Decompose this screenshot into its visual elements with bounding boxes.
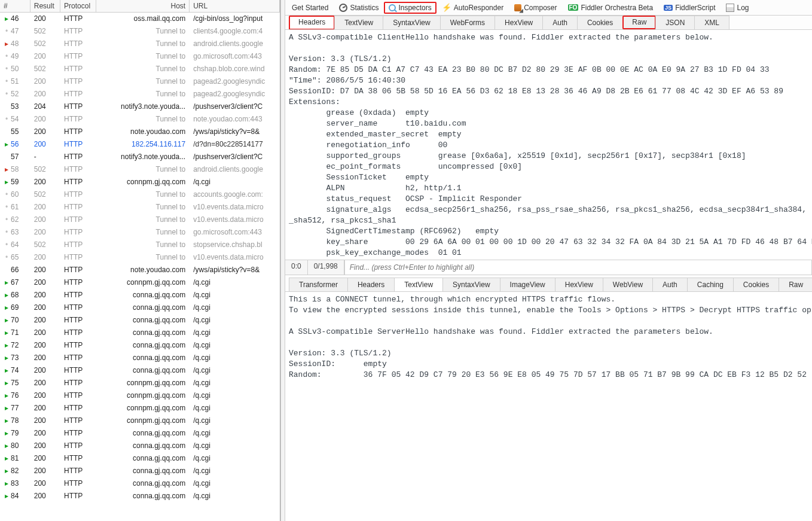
table-row[interactable]: •65200HTTPTunnel tov10.events.data.micro xyxy=(0,251,280,264)
table-row[interactable]: ▸68200HTTPconna.gj.qq.com/q.cgi xyxy=(0,289,280,301)
tab-syntaxview[interactable]: SyntaxView xyxy=(383,16,440,29)
sessions-header-row[interactable]: # Result Protocol Host URL xyxy=(0,0,280,13)
tab-syntaxview[interactable]: SyntaxView xyxy=(442,278,500,291)
tab-headers[interactable]: Headers xyxy=(347,278,395,291)
cell-result: 502 xyxy=(30,163,60,176)
table-row[interactable]: ▸58502HTTPTunnel toandroid.clients.googl… xyxy=(0,163,280,176)
tab-raw[interactable]: Raw xyxy=(779,278,812,291)
log-label: Log xyxy=(737,4,749,12)
table-row[interactable]: ▸71200HTTPconna.gj.qq.com/q.cgi xyxy=(0,327,280,339)
cell-url: /pushserver3/client?C xyxy=(190,151,280,163)
status-icon: ▸ xyxy=(4,379,10,387)
table-row[interactable]: •63200HTTPTunnel togo.microsoft.com:443 xyxy=(0,226,280,239)
table-row[interactable]: •49200HTTPTunnel togo.microsoft.com:443 xyxy=(0,50,280,63)
table-row[interactable]: ▸82200HTTPconna.gj.qq.com/q.cgi xyxy=(0,465,280,477)
tab-statistics[interactable]: Statistics xyxy=(334,1,384,14)
cell-result: - xyxy=(30,151,60,163)
status-icon: ▸ xyxy=(4,479,10,488)
tab-inspectors[interactable]: Inspectors xyxy=(384,2,436,14)
tab-composer[interactable]: Composer xyxy=(509,1,562,14)
col-url[interactable]: URL xyxy=(190,0,280,13)
tab-auth[interactable]: Auth xyxy=(542,16,578,29)
cell-id: ▸67 xyxy=(0,276,30,289)
table-row[interactable]: •51200HTTPTunnel topagead2.googlesyndic xyxy=(0,75,280,88)
table-row[interactable]: ▸48502HTTPTunnel toandroid.clients.googl… xyxy=(0,38,280,50)
table-row[interactable]: ▸56200HTTP182.254.116.117/d?dn=80c228514… xyxy=(0,138,280,151)
request-body-text[interactable]: A SSLv3-compatible ClientHello handshake… xyxy=(285,30,812,260)
table-row[interactable]: ▸72200HTTPconna.gj.qq.com/q.cgi xyxy=(0,339,280,352)
tab-headers[interactable]: Headers xyxy=(289,16,335,30)
table-row[interactable]: ▸69200HTTPconna.gj.qq.com/q.cgi xyxy=(0,301,280,314)
col-host[interactable]: Host xyxy=(96,0,190,13)
table-row[interactable]: 66200HTTPnote.youdao.com/yws/api/sticky?… xyxy=(0,264,280,276)
vertical-splitter[interactable] xyxy=(280,0,285,521)
tab-auth[interactable]: Auth xyxy=(652,278,688,291)
find-input[interactable] xyxy=(344,260,812,275)
tab-webview[interactable]: WebView xyxy=(603,278,653,291)
tab-hexview[interactable]: HexView xyxy=(555,278,603,291)
table-row[interactable]: ▸81200HTTPconna.gj.qq.com/q.cgi xyxy=(0,452,280,465)
tab-hexview[interactable]: HexView xyxy=(494,16,543,29)
cell-id: ▸56 xyxy=(0,138,30,151)
table-row[interactable]: •52200HTTPTunnel topagead2.googlesyndic xyxy=(0,88,280,100)
table-row[interactable]: 57-HTTPnotify3.note.youda.../pushserver3… xyxy=(0,151,280,163)
table-row[interactable]: ▸70200HTTPconna.gj.qq.com/q.cgi xyxy=(0,314,280,327)
tab-log[interactable]: Log xyxy=(721,1,754,14)
tab-cookies[interactable]: Cookies xyxy=(577,16,623,29)
col-id[interactable]: # xyxy=(0,0,30,13)
tab-get-started[interactable]: Get Started xyxy=(286,1,334,14)
tab-raw[interactable]: Raw xyxy=(622,16,656,29)
cell-host: conna.gj.qq.com xyxy=(96,314,190,327)
cell-protocol: HTTP xyxy=(60,289,96,301)
tab-caching[interactable]: Caching xyxy=(687,278,734,291)
tab-orchestra[interactable]: FO Fiddler Orchestra Beta xyxy=(563,1,659,14)
table-row[interactable]: ▸75200HTTPconnpm.gj.qq.com/q.cgi xyxy=(0,377,280,389)
cell-id: •60 xyxy=(0,188,30,201)
cell-url: v10.events.data.micro xyxy=(190,214,280,226)
response-body-text[interactable]: This is a CONNECT tunnel, through which … xyxy=(285,292,812,522)
table-row[interactable]: ▸78200HTTPconnpm.gj.qq.com/q.cgi xyxy=(0,415,280,427)
tab-cookies[interactable]: Cookies xyxy=(733,278,779,291)
table-row[interactable]: ▸84200HTTPconna.gj.qq.com/q.cgi xyxy=(0,490,280,502)
cell-url: /q.cgi xyxy=(190,440,280,452)
tab-webforms[interactable]: WebForms xyxy=(440,16,495,29)
col-protocol[interactable]: Protocol xyxy=(60,0,96,13)
table-row[interactable]: 53204HTTPnotify3.note.youda.../pushserve… xyxy=(0,100,280,113)
table-row[interactable]: ▸46200HTTPoss.mail.qq.com/cgi-bin/oss_lo… xyxy=(0,13,280,25)
table-row[interactable]: ▸74200HTTPconna.gj.qq.com/q.cgi xyxy=(0,364,280,377)
tab-textview[interactable]: TextView xyxy=(334,16,383,29)
table-row[interactable]: ▸77200HTTPconnpm.gj.qq.com/q.cgi xyxy=(0,402,280,415)
tab-textview[interactable]: TextView xyxy=(394,278,443,292)
tab-json[interactable]: JSON xyxy=(655,16,695,29)
table-row[interactable]: •64502HTTPTunnel tostopservice.chshap.bl xyxy=(0,239,280,251)
table-row[interactable]: ▸83200HTTPconna.gj.qq.com/q.cgi xyxy=(0,477,280,490)
table-row[interactable]: •61200HTTPTunnel tov10.events.data.micro xyxy=(0,201,280,214)
table-row[interactable]: ▸79200HTTPconna.gj.qq.com/q.cgi xyxy=(0,427,280,440)
status-icon: ▸ xyxy=(4,328,10,337)
table-row[interactable]: •50502HTTPTunnel tochshap.blob.core.wind xyxy=(0,63,280,75)
table-row[interactable]: ▸59200HTTPconnpm.gj.qq.com/q.cgi xyxy=(0,176,280,188)
sessions-scroll[interactable]: # Result Protocol Host URL ▸46200HTTPoss… xyxy=(0,0,280,521)
table-row[interactable]: ▸80200HTTPconna.gj.qq.com/q.cgi xyxy=(0,440,280,452)
table-row[interactable]: •47502HTTPTunnel toclients4.google.com:4 xyxy=(0,25,280,38)
table-row[interactable]: ▸76200HTTPconnpm.gj.qq.com/q.cgi xyxy=(0,389,280,402)
cell-id: ▸82 xyxy=(0,465,30,477)
col-result[interactable]: Result xyxy=(30,0,60,13)
tab-transformer[interactable]: Transformer xyxy=(289,278,348,291)
sessions-pane: # Result Protocol Host URL ▸46200HTTPoss… xyxy=(0,0,280,521)
table-row[interactable]: ▸67200HTTPconnpm.gj.qq.com/q.cgi xyxy=(0,276,280,289)
table-row[interactable]: ▸73200HTTPconna.gj.qq.com/q.cgi xyxy=(0,352,280,364)
cell-id: •54 xyxy=(0,113,30,126)
tab-autoresponder[interactable]: ⚡ AutoResponder xyxy=(436,1,509,14)
table-row[interactable]: 55200HTTPnote.youdao.com/yws/api/sticky?… xyxy=(0,126,280,138)
tab-imageview[interactable]: ImageView xyxy=(500,278,555,291)
tab-fiddlerscript[interactable]: JS FiddlerScript xyxy=(658,1,721,14)
cell-protocol: HTTP xyxy=(60,389,96,402)
cell-protocol: HTTP xyxy=(60,377,96,389)
table-row[interactable]: •62200HTTPTunnel tov10.events.data.micro xyxy=(0,214,280,226)
tab-xml[interactable]: XML xyxy=(694,16,729,29)
table-row[interactable]: •54200HTTPTunnel tonote.youdao.com:443 xyxy=(0,113,280,126)
cell-host: conna.gj.qq.com xyxy=(96,477,190,490)
table-row[interactable]: •60502HTTPTunnel toaccounts.google.com: xyxy=(0,188,280,201)
cell-id: •52 xyxy=(0,88,30,100)
